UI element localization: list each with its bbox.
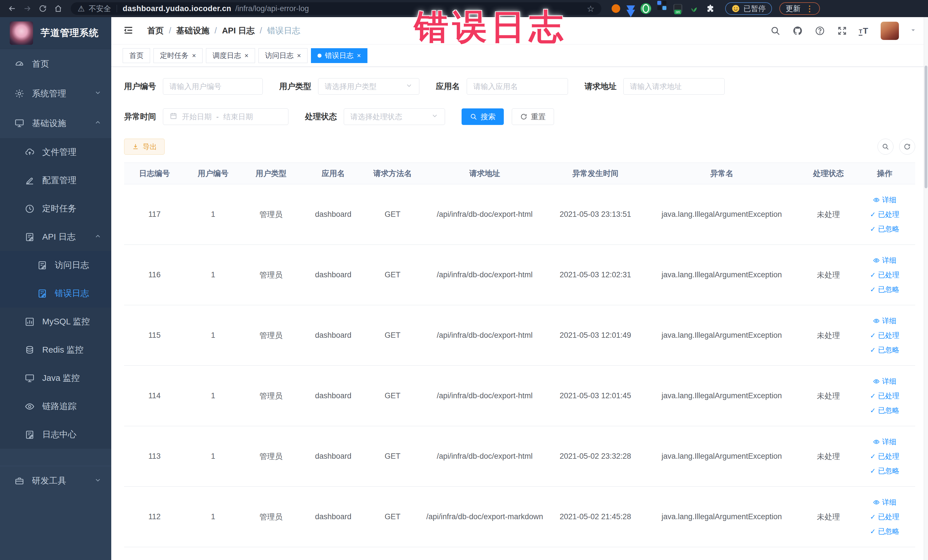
search-button[interactable]: 搜索 [462, 108, 504, 125]
action-label: 已忽略 [878, 224, 899, 233]
sidebar-item-系统管理[interactable]: 系统管理 [0, 79, 111, 108]
avatar-caret-icon[interactable] [910, 27, 917, 35]
action-详细[interactable]: 详细 [873, 497, 896, 507]
extension-blue-shield-icon[interactable] [626, 5, 635, 13]
extension-grid-icon[interactable] [657, 3, 667, 14]
browser-back-icon[interactable] [6, 2, 18, 15]
check-icon: ✓ [870, 286, 876, 293]
check-icon: ✓ [870, 226, 876, 232]
action-已忽略[interactable]: ✓已忽略 [870, 406, 899, 415]
action-详细[interactable]: 详细 [873, 195, 896, 204]
action-已处理[interactable]: ✓已处理 [870, 452, 899, 461]
github-icon[interactable] [792, 25, 803, 37]
breadcrumb-item[interactable]: API 日志 [222, 25, 255, 37]
action-已忽略[interactable]: ✓已忽略 [870, 345, 899, 355]
process-status-select[interactable]: 请选择处理状态 [344, 108, 445, 125]
gear-icon [14, 88, 25, 99]
close-tab-icon[interactable]: × [357, 52, 361, 59]
action-详细[interactable]: 详细 [873, 316, 896, 325]
sidebar-item-配置管理[interactable]: 配置管理 [0, 166, 111, 195]
request-url-input[interactable] [623, 78, 725, 95]
page-scrollbar[interactable] [924, 17, 928, 560]
browser-reload-icon[interactable] [37, 2, 49, 15]
help-icon[interactable] [814, 25, 826, 37]
sidebar-fold-icon[interactable] [123, 24, 135, 37]
action-已忽略[interactable]: ✓已忽略 [870, 224, 899, 233]
action-label: 详细 [882, 316, 896, 325]
close-tab-icon[interactable]: × [192, 52, 196, 59]
exception-time-range-picker[interactable]: 开始日期 - 结束日期 [163, 108, 288, 125]
sidebar-item-MySQL 监控[interactable]: MySQL 监控 [0, 308, 111, 336]
app-name-input[interactable] [467, 78, 568, 95]
action-详细[interactable]: 详细 [873, 377, 896, 386]
action-label: 详细 [882, 437, 896, 447]
user-type-select[interactable]: 请选择用户类型 [318, 78, 419, 95]
sidebar-item-基础设施[interactable]: 基础设施 [0, 108, 111, 138]
action-已处理[interactable]: ✓已处理 [870, 331, 899, 340]
tab-定时任务[interactable]: 定时任务× [154, 48, 203, 63]
extension-dark-on-icon[interactable]: on [673, 4, 682, 13]
sidebar-item-label: 首页 [32, 58, 49, 70]
sidebar-item-Java 监控[interactable]: Java 监控 [0, 364, 111, 392]
table-cell: 2021-05-02 23:32:28 [550, 452, 641, 461]
action-已忽略[interactable]: ✓已忽略 [870, 466, 899, 476]
table-row: 1131管理员dashboardGET/api/infra/db-doc/exp… [124, 426, 915, 487]
paused-extension-badge[interactable]: 已暂停 [725, 2, 772, 15]
sidebar-item-label: MySQL 监控 [42, 316, 90, 328]
table-cell: 未处理 [803, 451, 854, 462]
sidebar-item-label: 文件管理 [42, 146, 76, 158]
extension-leaf-icon[interactable] [688, 3, 699, 14]
sidebar-item-研发工具[interactable]: 研发工具 [0, 466, 111, 496]
refresh-table-button[interactable] [899, 139, 915, 155]
browser-home-icon[interactable] [52, 2, 64, 15]
fullscreen-icon[interactable] [836, 25, 848, 37]
bookmark-star-icon[interactable]: ☆ [587, 4, 595, 14]
table-cell: 113 [124, 452, 185, 461]
tab-访问日志[interactable]: 访问日志× [258, 48, 308, 63]
sidebar-item-文件管理[interactable]: 文件管理 [0, 138, 111, 166]
sidebar-item-label: 错误日志 [55, 288, 89, 299]
action-已处理[interactable]: ✓已处理 [870, 270, 899, 279]
scrollbar-thumb[interactable] [925, 66, 927, 188]
close-tab-icon[interactable]: × [297, 52, 301, 59]
extension-green-ring-icon[interactable] [641, 4, 650, 13]
action-已处理[interactable]: ✓已处理 [870, 512, 899, 522]
check-icon: ✓ [870, 346, 876, 354]
tab-首页[interactable]: 首页 [123, 48, 150, 63]
action-详细[interactable]: 详细 [873, 437, 896, 447]
sidebar-logo[interactable]: 芋道管理系统 [0, 17, 111, 49]
export-button[interactable]: 导出 [124, 139, 165, 155]
sidebar-item-Redis 监控[interactable]: Redis 监控 [0, 336, 111, 364]
sidebar-item-链路追踪[interactable]: 链路追踪 [0, 392, 111, 421]
tab-调度日志[interactable]: 调度日志× [206, 48, 255, 63]
sidebar-item-日志中心[interactable]: 日志中心 [0, 421, 111, 449]
close-tab-icon[interactable]: × [244, 52, 249, 59]
breadcrumb-item[interactable]: 基础设施 [176, 25, 209, 37]
font-size-icon[interactable]: TT [859, 26, 868, 36]
extension-orange-donut-icon[interactable] [612, 4, 620, 13]
home-icon [14, 58, 25, 70]
paused-label: 已暂停 [743, 4, 766, 14]
sidebar-item-API 日志[interactable]: API 日志 [0, 223, 111, 251]
tab-错误日志[interactable]: 错误日志× [311, 48, 368, 63]
sidebar-item-首页[interactable]: 首页 [0, 49, 111, 79]
action-已忽略[interactable]: ✓已忽略 [870, 526, 899, 536]
toggle-search-button[interactable] [878, 139, 893, 155]
action-已忽略[interactable]: ✓已忽略 [870, 285, 899, 294]
browser-update-button[interactable]: 更新 ⋮ [779, 2, 820, 15]
action-详细[interactable]: 详细 [873, 256, 896, 265]
browser-forward-icon[interactable] [21, 2, 34, 15]
column-header-异常发生时间: 异常发生时间 [550, 168, 641, 179]
header-search-icon[interactable] [770, 25, 781, 37]
action-已处理[interactable]: ✓已处理 [870, 391, 899, 401]
reset-button[interactable]: 重置 [512, 108, 554, 125]
browser-menu-icon[interactable]: ⋮ [806, 4, 814, 14]
sidebar-item-错误日志[interactable]: 错误日志 [0, 279, 111, 308]
user-id-input[interactable] [163, 78, 263, 95]
sidebar-item-定时任务[interactable]: 定时任务 [0, 195, 111, 223]
avatar[interactable] [881, 22, 899, 40]
extensions-puzzle-icon[interactable] [705, 3, 716, 14]
action-已处理[interactable]: ✓已处理 [870, 210, 899, 219]
breadcrumb-item[interactable]: 首页 [147, 25, 164, 37]
sidebar-item-访问日志[interactable]: 访问日志 [0, 251, 111, 279]
